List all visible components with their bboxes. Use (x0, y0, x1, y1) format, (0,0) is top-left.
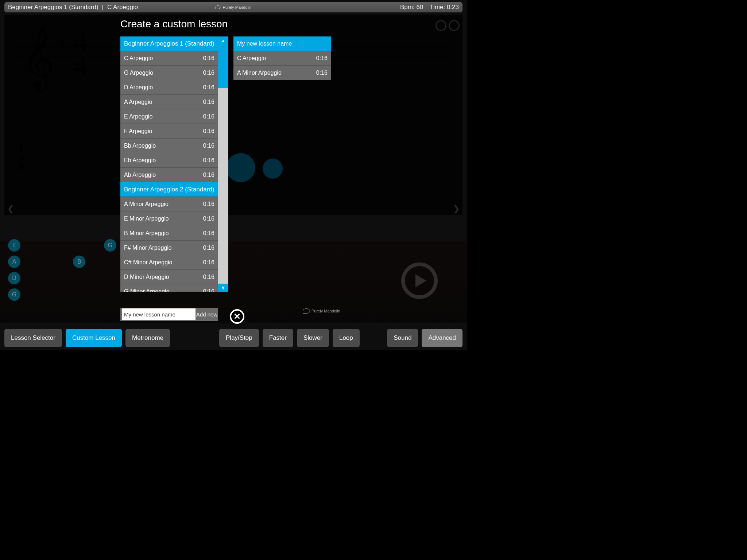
fret-note-b: B (73, 256, 85, 268)
target-lesson-item[interactable]: A Minor Arpeggio0:16 (233, 66, 331, 80)
source-lesson-item[interactable]: A Arpeggio0:16 (120, 95, 218, 109)
source-lesson-item[interactable]: D Arpeggio0:16 (120, 80, 218, 95)
replay-icon[interactable] (401, 262, 438, 299)
source-lesson-item[interactable]: B Minor Arpeggio0:16 (120, 226, 218, 241)
lesson-group-title: Beginner Arpeggios 1 (Standard) (8, 4, 98, 11)
scroll-track[interactable] (218, 44, 228, 284)
close-modal-button[interactable]: ✕ (230, 309, 244, 324)
source-lesson-item[interactable]: E Minor Arpeggio0:16 (120, 211, 218, 226)
zoom-in-icon[interactable] (449, 20, 460, 31)
source-lesson-item[interactable]: Ab Arpeggio0:16 (120, 168, 218, 182)
source-lesson-item[interactable]: C Arpeggio0:16 (120, 51, 218, 66)
lesson-selector-button[interactable]: Lesson Selector (4, 329, 62, 347)
source-group-header[interactable]: Beginner Arpeggios 1 (Standard) (120, 36, 218, 51)
target-lesson-item[interactable]: C Arpeggio0:16 (233, 51, 331, 66)
lesson-name-input[interactable] (122, 308, 196, 320)
brand-logo: Purely Mandolin (216, 5, 252, 9)
metronome-button[interactable]: Metronome (125, 329, 170, 347)
slower-button[interactable]: Slower (297, 329, 329, 347)
scroll-down-icon[interactable]: ▼ (218, 284, 228, 292)
scroll-thumb[interactable] (218, 44, 228, 88)
source-lesson-item[interactable]: Bb Arpeggio0:16 (120, 139, 218, 153)
source-lesson-item[interactable]: G Minor Arpeggio0:16 (120, 284, 218, 292)
zoom-out-icon[interactable] (436, 20, 446, 31)
next-page-icon[interactable]: ❯ (453, 204, 460, 214)
source-lesson-item[interactable]: A Minor Arpeggio0:16 (120, 197, 218, 211)
current-lesson-title: C Arpeggio (107, 4, 138, 11)
custom-lesson-button[interactable]: Custom Lesson (66, 329, 122, 347)
target-header[interactable]: My new lesson name (233, 36, 331, 51)
source-lesson-list[interactable]: Beginner Arpeggios 1 (Standard)C Arpeggi… (120, 36, 218, 292)
loop-button[interactable]: Loop (333, 329, 360, 347)
string-label-d: D (8, 272, 20, 284)
target-lesson-list[interactable]: My new lesson nameC Arpeggio0:16A Minor … (233, 36, 331, 292)
source-lesson-item[interactable]: C# Minor Arpeggio0:16 (120, 255, 218, 270)
top-status-bar: Beginner Arpeggios 1 (Standard) | C Arpe… (4, 2, 462, 12)
bpm-display: Bpm: 60 (400, 4, 423, 11)
advanced-button[interactable]: Advanced (422, 329, 462, 347)
source-scrollbar[interactable]: ▲ ▼ (218, 36, 228, 292)
source-lesson-item[interactable]: G Arpeggio0:16 (120, 66, 218, 80)
sound-button[interactable]: Sound (387, 329, 418, 347)
modal-title: Create a custom lesson (120, 18, 339, 30)
string-label-g: G (8, 288, 20, 301)
source-lesson-item[interactable]: E Arpeggio0:16 (120, 109, 218, 124)
scroll-up-icon[interactable]: ▲ (218, 36, 228, 44)
faster-button[interactable]: Faster (263, 329, 293, 347)
prev-page-icon[interactable]: ❮ (7, 204, 14, 214)
separator: | (102, 4, 104, 11)
source-lesson-item[interactable]: Eb Arpeggio0:16 (120, 153, 218, 168)
add-lesson-row: Add new (120, 308, 218, 321)
bottom-toolbar: Lesson Selector Custom Lesson Metronome … (4, 329, 462, 347)
time-display: Time: 0:23 (430, 4, 459, 11)
play-stop-button[interactable]: Play/Stop (219, 329, 259, 347)
source-group-header[interactable]: Beginner Arpeggios 2 (Standard) (120, 182, 218, 197)
source-lesson-item[interactable]: F Arpeggio0:16 (120, 124, 218, 139)
string-label-e: E (8, 239, 20, 252)
string-label-a: A (8, 256, 20, 268)
custom-lesson-modal: Create a custom lesson Beginner Arpeggio… (120, 18, 339, 321)
source-lesson-item[interactable]: D Minor Arpeggio0:16 (120, 270, 218, 284)
fret-note-g: G (104, 239, 116, 252)
source-lesson-item[interactable]: F# Minor Arpeggio0:16 (120, 241, 218, 255)
add-new-button[interactable]: Add new (196, 308, 218, 321)
